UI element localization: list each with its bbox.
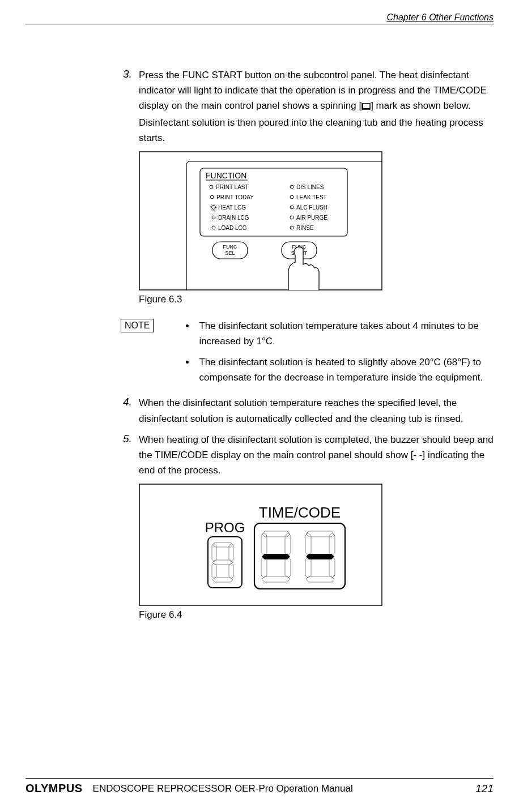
svg-point-6	[210, 185, 213, 189]
figure-6-4-caption: Figure 6.4	[139, 609, 494, 621]
svg-point-15	[290, 216, 293, 219]
time-code-label: TIME/CODE	[259, 504, 341, 521]
func-sel-button-label-2: SEL	[225, 250, 235, 256]
step-4-text: When the disinfectant solution temperatu…	[139, 395, 494, 426]
func-item-drain-lcg: DRAIN LCG	[218, 215, 249, 221]
note-item-2: The disinfectant solution is heated to s…	[195, 355, 494, 386]
note-label: NOTE	[121, 319, 154, 332]
function-panel-title: FUNCTION	[206, 171, 246, 180]
step-3-text: Press the FUNC START button on the subco…	[139, 67, 494, 146]
step-5-number: 5.	[123, 432, 139, 478]
prog-label: PROG	[205, 520, 245, 535]
svg-rect-3	[139, 152, 382, 290]
page-number: 121	[475, 783, 494, 795]
step-5-text: When heating of the disinfectant solutio…	[139, 432, 494, 478]
olympus-logo: OLYMPUS	[25, 782, 83, 795]
func-item-rinse: RINSE	[296, 225, 314, 231]
svg-point-14	[290, 206, 293, 209]
func-item-air-purge: AIR PURGE	[296, 215, 327, 221]
svg-rect-2	[362, 104, 363, 109]
seven-segment-time-left	[261, 531, 291, 582]
step-3-number: 3.	[123, 67, 139, 146]
page-header: Chapter 6 Other Functions	[25, 12, 494, 24]
svg-point-10	[212, 216, 215, 219]
func-item-alc-flush: ALC FLUSH	[296, 204, 327, 211]
func-item-print-last: PRINT LAST	[216, 184, 249, 190]
func-item-print-today: PRINT TODAY	[216, 194, 254, 200]
figure-6-3-caption: Figure 6.3	[139, 294, 494, 305]
svg-point-7	[210, 195, 214, 199]
manual-title: ENDOSCOPE REPROCESSOR OER-Pro Operation …	[93, 783, 353, 794]
func-item-heat-lcg: HEAT LCG	[218, 204, 246, 211]
func-item-leak-test: LEAK TEST	[296, 194, 327, 200]
svg-rect-1	[362, 108, 370, 109]
func-item-load-lcg: LOAD LCG	[218, 225, 247, 231]
step-4-number: 4.	[123, 395, 139, 426]
spinning-mark-icon	[361, 99, 371, 114]
seven-segment-prog	[212, 542, 233, 582]
svg-point-8	[212, 205, 216, 209]
svg-point-13	[290, 195, 293, 199]
figure-6-3: FUNCTION PRINT LAST PRINT TODAY HEAT LCG…	[139, 151, 494, 305]
func-item-dis-lines: DIS LINES	[296, 184, 324, 190]
figure-6-4: TIME/CODE PROG	[139, 484, 494, 621]
svg-point-16	[290, 226, 293, 229]
func-sel-button-label-1: FUNC	[223, 244, 237, 250]
note-item-1: The disinfectant solution temperature ta…	[195, 319, 494, 349]
seven-segment-time-right	[305, 531, 335, 582]
svg-point-12	[290, 185, 293, 189]
svg-point-11	[212, 226, 215, 229]
